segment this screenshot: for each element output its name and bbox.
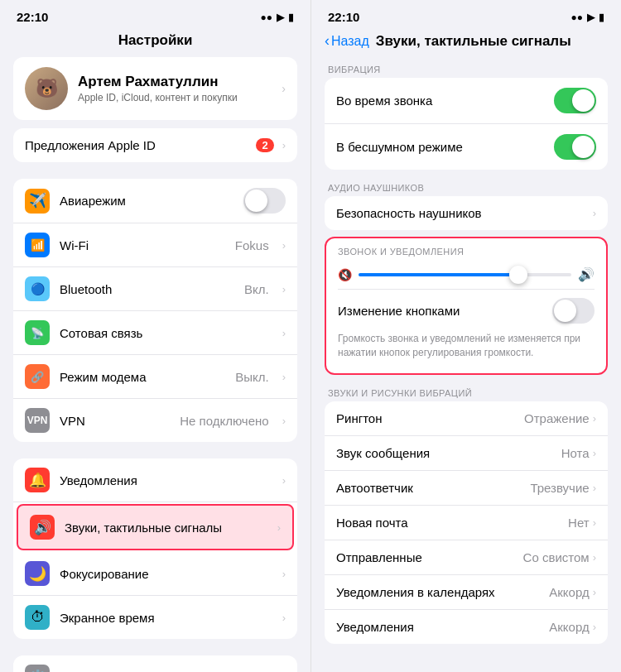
row-sounds[interactable]: 🔊 Звуки, тактильные сигналы › xyxy=(17,504,294,550)
row-general[interactable]: ⚙️ Основные › xyxy=(13,655,297,672)
bluetooth-chevron: › xyxy=(282,283,286,295)
row-vpn[interactable]: VPN VPN Не подключено › xyxy=(13,399,297,442)
sounds-group: Рингтон Отражение › Звук сообщения Нота … xyxy=(325,401,608,644)
row-headphone-safety[interactable]: Безопасность наушников › xyxy=(325,196,608,230)
airplane-icon: ✈️ xyxy=(25,189,50,214)
ringtone-row-chevron: › xyxy=(593,412,596,425)
calendar-alerts-chevron: › xyxy=(593,586,596,598)
badge-chevron: 2 › xyxy=(256,138,286,152)
settings-group-2: 🔔 Уведомления › 🔊 Звуки, тактильные сигн… xyxy=(13,458,297,639)
right-wifi-icon: ▶ xyxy=(587,12,595,23)
wifi-value: Fokus xyxy=(235,238,269,252)
reminders-wrap: Аккорд › xyxy=(549,620,596,634)
ringtone-row-label: Рингтон xyxy=(336,411,382,425)
row-ring-vibration[interactable]: Во время звонка xyxy=(325,78,608,124)
silent-vibration-toggle[interactable] xyxy=(554,134,596,160)
ringtone-note: Громкость звонка и уведомлений не изменя… xyxy=(338,329,595,368)
row-screentime[interactable]: ⏱ Экранное время › xyxy=(13,596,297,639)
battery-icon: ▮ xyxy=(288,12,294,23)
row-bluetooth[interactable]: 🔵 Bluetooth Вкл. › xyxy=(13,267,297,311)
left-panel: 22:10 ●● ▶ ▮ Настройки 🐻 Артем Рахматулл… xyxy=(0,0,310,672)
headphones-header: АУДИО НАУШНИКОВ xyxy=(325,176,608,196)
silent-vibration-label: В бесшумном режиме xyxy=(336,140,463,154)
reminders-label: Уведомления xyxy=(336,620,414,634)
reminders-chevron: › xyxy=(593,621,596,633)
new-mail-label: Новая почта xyxy=(336,516,408,530)
notifications-label: Уведомления xyxy=(60,473,269,487)
ring-vibration-toggle[interactable] xyxy=(554,88,596,113)
focus-icon: 🌙 xyxy=(25,561,50,586)
back-chevron-icon: ‹ xyxy=(325,32,330,50)
change-buttons-row: Изменение кнопками xyxy=(338,289,595,329)
message-sound-label: Звук сообщения xyxy=(336,446,430,460)
headphone-safety-chevron: › xyxy=(593,207,596,219)
change-buttons-toggle[interactable] xyxy=(552,298,595,324)
row-sent-mail[interactable]: Отправленные Со свистом › xyxy=(325,540,608,575)
row-reminders[interactable]: Уведомления Аккорд › xyxy=(325,610,608,644)
sent-mail-chevron: › xyxy=(593,551,596,564)
row-silent-vibration[interactable]: В бесшумном режиме xyxy=(325,124,608,170)
new-mail-chevron: › xyxy=(593,516,596,529)
cellular-chevron: › xyxy=(282,327,286,339)
row-hotspot[interactable]: 🔗 Режим модема Выкл. › xyxy=(13,355,297,399)
right-status-icons: ●● ▶ ▮ xyxy=(571,12,605,23)
row-notifications[interactable]: 🔔 Уведомления › xyxy=(13,458,297,502)
profile-sub: Apple ID, iCloud, контент и покупки xyxy=(78,92,272,103)
headphones-group: Безопасность наушников › xyxy=(325,196,608,230)
row-cellular[interactable]: 📡 Сотовая связь › xyxy=(13,311,297,355)
right-battery-icon: ▮ xyxy=(599,12,604,23)
apple-id-badge: 2 xyxy=(256,138,273,152)
volume-slider-fill xyxy=(359,273,518,276)
hotspot-value: Выкл. xyxy=(235,370,268,384)
right-nav: ‹ Назад Звуки, тактильные сигналы xyxy=(311,29,621,58)
row-voicemail[interactable]: Автоответчик Трезвучие › xyxy=(325,471,608,506)
voicemail-value: Трезвучие xyxy=(530,481,589,495)
message-sound-value: Нота xyxy=(561,446,590,460)
airplane-toggle[interactable] xyxy=(243,188,286,214)
calendar-alerts-value: Аккорд xyxy=(549,585,589,599)
profile-card[interactable]: 🐻 Артем Рахматуллин Apple ID, iCloud, ко… xyxy=(13,57,297,120)
vpn-value: Не подключено xyxy=(180,414,268,428)
new-mail-wrap: Нет › xyxy=(568,516,596,530)
row-new-mail[interactable]: Новая почта Нет › xyxy=(325,506,608,540)
apple-id-row[interactable]: Предложения Apple ID 2 › xyxy=(13,128,297,162)
sent-mail-label: Отправленные xyxy=(336,550,422,564)
bluetooth-icon: 🔵 xyxy=(25,276,50,301)
vibration-group: Во время звонка В бесшумном режиме xyxy=(325,78,608,170)
sounds-label: Звуки, тактильные сигналы xyxy=(65,521,264,535)
row-ringtone[interactable]: Рингтон Отражение › xyxy=(325,401,608,436)
new-mail-value: Нет xyxy=(568,516,590,530)
bluetooth-value: Вкл. xyxy=(244,282,269,296)
sounds-chevron: › xyxy=(277,521,281,534)
row-focus[interactable]: 🌙 Фокусирование › xyxy=(13,552,297,596)
back-button[interactable]: ‹ Назад xyxy=(325,32,369,50)
message-sound-wrap: Нота › xyxy=(561,446,596,460)
wifi-chevron: › xyxy=(282,239,286,252)
message-sound-chevron: › xyxy=(593,447,596,459)
profile-chevron: › xyxy=(282,82,286,95)
airplane-label: Авиарежим xyxy=(60,194,233,208)
general-icon: ⚙️ xyxy=(25,665,50,672)
right-page-title: Звуки, тактильные сигналы xyxy=(376,33,571,50)
signal-icon: ●● xyxy=(261,12,273,23)
change-buttons-label: Изменение кнопками xyxy=(338,304,460,318)
left-status-icons: ●● ▶ ▮ xyxy=(261,12,295,23)
sent-mail-wrap: Со свистом › xyxy=(523,550,596,564)
row-wifi[interactable]: 📶 Wi-Fi Fokus › xyxy=(13,223,297,267)
row-calendar-alerts[interactable]: Уведомления в календарях Аккорд › xyxy=(325,575,608,610)
right-content: ВИБРАЦИЯ Во время звонка В бесшумном реж… xyxy=(311,58,621,672)
row-message-sound[interactable]: Звук сообщения Нота › xyxy=(325,436,608,471)
volume-slider-track[interactable] xyxy=(359,273,571,276)
volume-slider-row: 🔇 🔊 xyxy=(338,263,595,289)
vpn-icon: VPN xyxy=(25,408,50,433)
row-airplane[interactable]: ✈️ Авиарежим xyxy=(13,179,297,223)
cellular-label: Сотовая связь xyxy=(60,326,269,340)
avatar: 🐻 xyxy=(25,67,68,110)
right-status-bar: 22:10 ●● ▶ ▮ xyxy=(311,0,621,29)
volume-slider-thumb[interactable] xyxy=(509,266,527,284)
notifications-icon: 🔔 xyxy=(25,468,50,492)
headphone-safety-label: Безопасность наушников xyxy=(336,206,482,220)
vpn-label: VPN xyxy=(60,414,170,428)
calendar-alerts-wrap: Аккорд › xyxy=(549,585,596,599)
notifications-chevron: › xyxy=(282,474,286,487)
